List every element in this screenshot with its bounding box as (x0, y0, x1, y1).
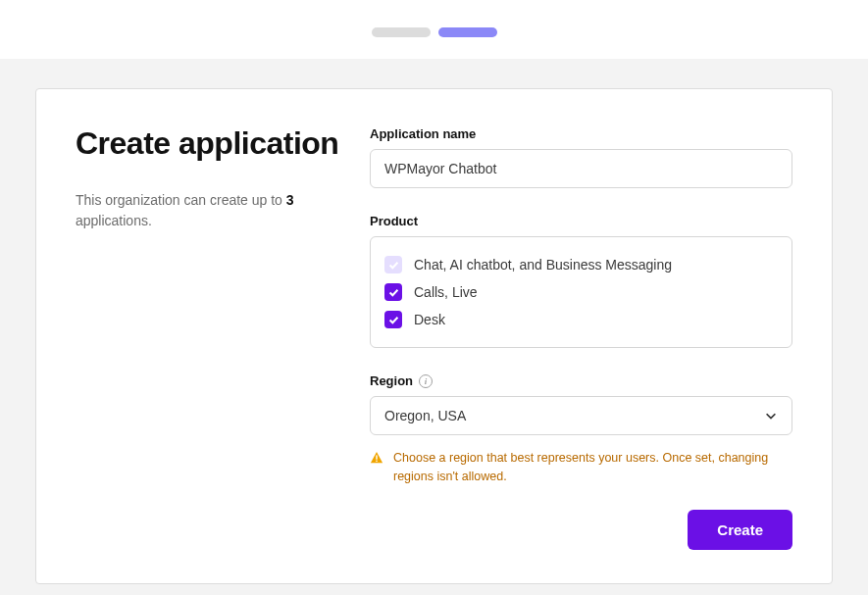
region-label: Region i (370, 373, 792, 388)
product-option-label: Calls, Live (414, 284, 478, 300)
create-button[interactable]: Create (688, 510, 792, 550)
create-application-card: Create application This organization can… (35, 88, 833, 584)
product-option-label: Desk (414, 312, 445, 327)
product-option-desk[interactable]: Desk (384, 306, 778, 333)
checkbox-checked-locked-icon (384, 256, 402, 273)
info-icon[interactable]: i (419, 374, 433, 388)
warning-triangle-icon (370, 451, 383, 465)
progress-step-1 (372, 27, 431, 37)
svg-rect-1 (376, 455, 377, 459)
appname-label: Application name (370, 126, 792, 141)
svg-rect-2 (376, 461, 377, 462)
region-warning: Choose a region that best represents you… (370, 449, 792, 486)
progress-indicator (0, 0, 868, 59)
checkbox-checked-icon (384, 311, 402, 328)
appname-input[interactable] (370, 149, 792, 188)
progress-step-2 (438, 27, 497, 37)
region-warning-text: Choose a region that best represents you… (393, 449, 792, 486)
product-option-label: Chat, AI chatbot, and Business Messaging (414, 257, 672, 273)
product-options-box: Chat, AI chatbot, and Business Messaging… (370, 236, 792, 348)
product-option-chat: Chat, AI chatbot, and Business Messaging (384, 251, 778, 278)
chevron-down-icon (764, 409, 778, 422)
region-select[interactable]: Oregon, USA (370, 396, 792, 435)
checkbox-checked-icon (384, 283, 402, 301)
region-selected-value: Oregon, USA (384, 408, 466, 423)
page-subtext: This organization can create up to 3 app… (76, 190, 340, 231)
page-title: Create application (76, 126, 340, 161)
product-label: Product (370, 214, 792, 228)
product-option-calls[interactable]: Calls, Live (384, 278, 778, 306)
